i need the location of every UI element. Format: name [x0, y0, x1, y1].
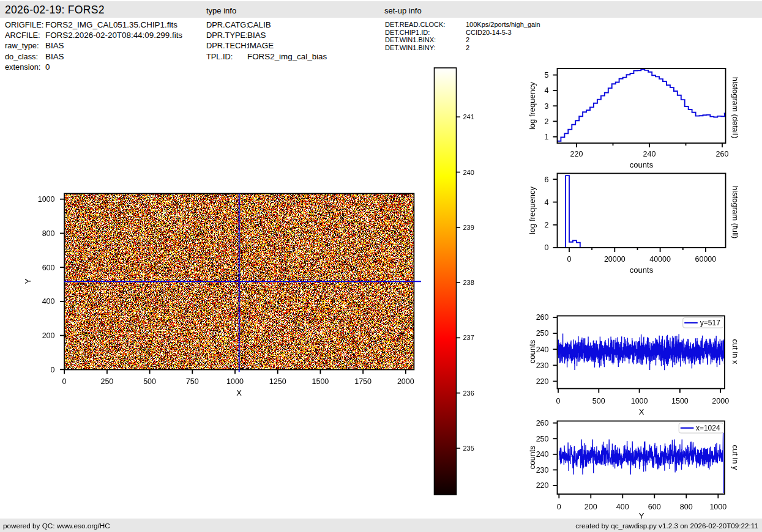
svg-text:750: 750 — [186, 377, 199, 386]
svg-text:1000: 1000 — [226, 377, 244, 386]
svg-text:260: 260 — [536, 419, 549, 427]
svg-text:220: 220 — [536, 481, 549, 490]
svg-text:40000: 40000 — [649, 255, 671, 264]
svg-text:Y: Y — [23, 278, 32, 284]
svg-text:400: 400 — [42, 297, 55, 306]
svg-text:Y: Y — [639, 511, 644, 520]
svg-text:cut in y: cut in y — [731, 445, 740, 470]
svg-text:60000: 60000 — [695, 255, 717, 264]
svg-text:1250: 1250 — [269, 377, 286, 386]
svg-text:counts: counts — [528, 445, 537, 469]
svg-text:260: 260 — [716, 150, 729, 158]
svg-text:800: 800 — [680, 503, 693, 511]
svg-text:counts: counts — [630, 265, 654, 275]
svg-text:220: 220 — [536, 377, 549, 386]
svg-text:1: 1 — [545, 133, 549, 141]
svg-text:cut in x: cut in x — [731, 339, 740, 364]
svg-text:0: 0 — [556, 397, 561, 405]
svg-text:200: 200 — [42, 331, 55, 340]
svg-text:600: 600 — [648, 503, 661, 511]
svg-text:2: 2 — [545, 117, 549, 126]
svg-text:2: 2 — [545, 221, 549, 229]
svg-text:241: 241 — [463, 113, 474, 120]
svg-text:240: 240 — [463, 169, 474, 176]
svg-text:800: 800 — [42, 229, 55, 238]
svg-text:1000: 1000 — [631, 397, 648, 405]
svg-text:5: 5 — [545, 71, 549, 79]
svg-text:230: 230 — [536, 361, 549, 370]
svg-text:counts: counts — [528, 339, 537, 363]
svg-text:2000: 2000 — [397, 377, 414, 386]
svg-text:histogram (full): histogram (full) — [731, 186, 740, 238]
svg-text:238: 238 — [463, 279, 474, 286]
svg-text:1000: 1000 — [38, 195, 55, 204]
svg-text:3: 3 — [545, 102, 549, 111]
svg-text:400: 400 — [616, 503, 629, 511]
svg-text:220: 220 — [570, 150, 583, 158]
svg-text:237: 237 — [463, 334, 474, 341]
svg-text:20000: 20000 — [604, 255, 626, 264]
svg-text:2000: 2000 — [712, 397, 729, 405]
svg-text:250: 250 — [536, 329, 549, 338]
svg-text:250: 250 — [536, 435, 549, 443]
svg-text:1500: 1500 — [671, 397, 689, 405]
svg-text:0: 0 — [545, 243, 549, 252]
svg-text:240: 240 — [643, 150, 656, 158]
svg-text:236: 236 — [463, 390, 474, 397]
svg-text:600: 600 — [42, 264, 55, 272]
svg-text:log frequency: log frequency — [528, 186, 537, 234]
svg-text:235: 235 — [463, 445, 474, 452]
svg-text:log frequency: log frequency — [528, 81, 537, 130]
svg-text:y=517: y=517 — [700, 319, 720, 327]
svg-text:250: 250 — [100, 377, 113, 386]
svg-text:500: 500 — [143, 377, 156, 386]
svg-text:0: 0 — [62, 377, 67, 386]
svg-text:240: 240 — [536, 345, 549, 354]
svg-text:230: 230 — [536, 466, 549, 475]
svg-text:200: 200 — [585, 503, 597, 511]
svg-text:4: 4 — [545, 86, 549, 95]
svg-text:counts: counts — [630, 160, 654, 169]
svg-text:0: 0 — [51, 366, 55, 374]
svg-text:X: X — [639, 407, 644, 416]
svg-text:240: 240 — [536, 450, 549, 459]
svg-text:0: 0 — [567, 255, 572, 264]
svg-text:260: 260 — [536, 313, 549, 322]
svg-text:500: 500 — [592, 397, 605, 405]
svg-text:0: 0 — [557, 503, 561, 511]
svg-text:1750: 1750 — [354, 377, 372, 386]
svg-text:X: X — [236, 388, 242, 397]
svg-text:4: 4 — [545, 198, 549, 207]
svg-text:x=1024: x=1024 — [696, 424, 720, 432]
svg-text:6: 6 — [545, 175, 549, 184]
svg-text:1000: 1000 — [709, 503, 727, 511]
svg-text:1500: 1500 — [312, 377, 329, 386]
svg-text:histogram (detail): histogram (detail) — [731, 77, 740, 138]
svg-text:239: 239 — [463, 224, 474, 231]
